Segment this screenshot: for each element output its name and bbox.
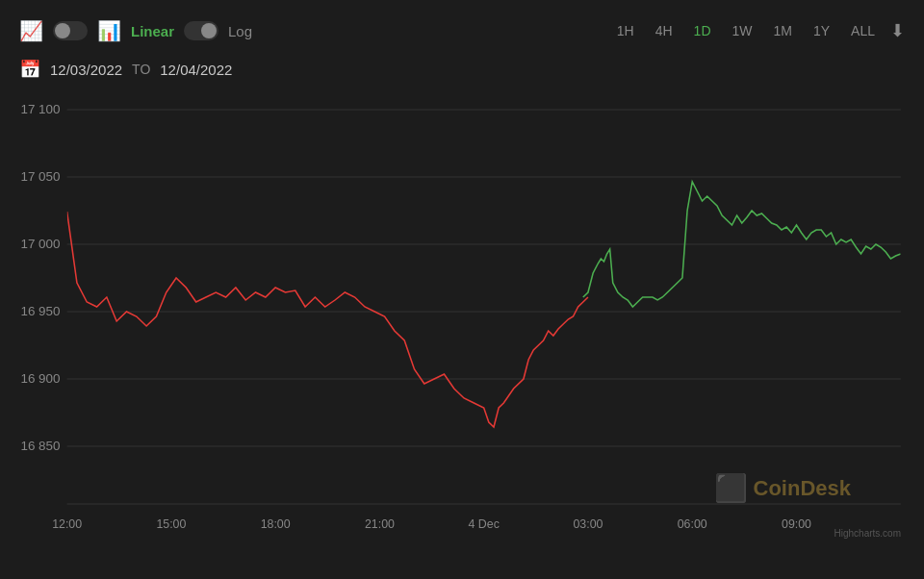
toggle-knob-log [201,23,217,38]
svg-text:15:00: 15:00 [156,517,186,531]
highcharts-credit: Highcharts.com [834,528,901,539]
toolbar-left: 📈 📊 Linear Log [19,19,252,42]
date-to: 12/04/2022 [160,62,232,78]
line-chart-icon: 📈 [19,19,43,42]
time-btn-1m[interactable]: 1M [768,21,798,40]
svg-text:18:00: 18:00 [261,517,291,531]
coindesk-logo-icon: ⬛ [714,472,748,504]
time-btn-1w[interactable]: 1W [727,21,758,40]
svg-text:4 Dec: 4 Dec [469,517,500,531]
toolbar: 📈 📊 Linear Log 1H 4H 1D 1W 1M 1Y ALL ⬇ [15,10,909,52]
time-btn-4h[interactable]: 4H [650,21,679,40]
svg-text:03:00: 03:00 [573,517,603,531]
coindesk-watermark: ⬛ CoinDesk [714,472,851,504]
chart-type-toggle[interactable] [53,21,88,40]
time-btn-1h[interactable]: 1H [611,21,640,40]
svg-text:12:00: 12:00 [52,517,82,531]
bar-chart-icon: 📊 [97,19,121,42]
time-btn-1y[interactable]: 1Y [808,21,835,40]
svg-text:17 050: 17 050 [20,169,60,184]
svg-text:16 900: 16 900 [20,371,60,386]
linear-log-toggle[interactable] [184,21,218,40]
svg-text:09:00: 09:00 [782,517,811,531]
svg-text:16 850: 16 850 [20,439,60,453]
svg-text:17 100: 17 100 [20,102,60,116]
calendar-icon: 📅 [19,59,40,80]
toggle-knob [55,23,70,38]
svg-text:06:00: 06:00 [678,517,707,531]
download-icon[interactable]: ⬇ [890,20,905,41]
svg-text:16 950: 16 950 [20,304,60,318]
date-from: 12/03/2022 [50,62,122,78]
log-label: Log [228,23,252,39]
time-btn-1d[interactable]: 1D [688,21,717,40]
svg-text:21:00: 21:00 [365,517,395,531]
date-row: 📅 12/03/2022 TO 12/04/2022 [15,52,909,87]
time-btn-all[interactable]: ALL [845,21,881,40]
coindesk-label: CoinDesk [754,476,851,501]
main-container: 📈 📊 Linear Log 1H 4H 1D 1W 1M 1Y ALL ⬇ 📅… [0,0,924,579]
svg-text:17 000: 17 000 [20,237,60,251]
to-label: TO [132,62,150,77]
linear-label: Linear [131,23,174,39]
chart-area: 17 100 17 050 17 000 16 950 16 900 16 85… [15,90,909,562]
toolbar-right: 1H 4H 1D 1W 1M 1Y ALL ⬇ [611,20,905,41]
